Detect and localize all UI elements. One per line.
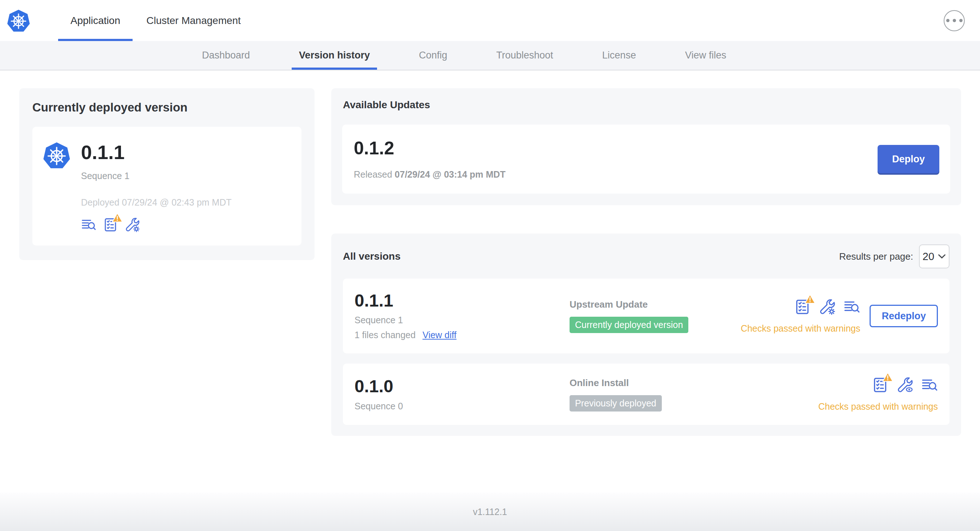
brand — [0, 0, 57, 41]
current-version-deployed-date: Deployed 07/29/24 @ 02:43 pm MDT — [81, 197, 232, 208]
row-source-label: Online Install — [570, 377, 818, 389]
version-row-middle: Online Install Previously deployed — [570, 377, 818, 412]
subnav-tab-version-history[interactable]: Version history — [298, 41, 371, 70]
warning-triangle-icon — [805, 294, 815, 304]
current-version-number: 0.1.1 — [81, 142, 232, 163]
logs-icon[interactable] — [921, 377, 938, 393]
preflight-status-link[interactable]: Checks passed with warnings — [818, 401, 938, 412]
warning-triangle-icon — [112, 213, 123, 223]
chevron-down-icon — [938, 254, 946, 259]
update-row: 0.1.2 Released 07/29/24 @ 03:14 pm MDT D… — [342, 125, 950, 194]
kubernetes-app-icon — [43, 141, 71, 170]
app-screen: Application Cluster Management Dashboard… — [0, 0, 980, 531]
version-row-middle: Upstream Update Currently deployed versi… — [570, 299, 741, 333]
row-version-number: 0.1.1 — [355, 292, 570, 310]
subnav-tab-view-files-label: View files — [685, 50, 727, 61]
app-subnav: Dashboard Version history Config Trouble… — [0, 41, 980, 70]
version-row-0-1-0: 0.1.0 Sequence 0 Online Install Previous… — [343, 364, 950, 425]
currently-deployed-info: 0.1.1 Sequence 1 Deployed 07/29/24 @ 02:… — [81, 141, 232, 232]
row-sequence: Sequence 0 — [355, 401, 570, 412]
ellipsis-dot — [953, 19, 956, 22]
version-row-0-1-1: 0.1.1 Sequence 1 1 files changed View di… — [343, 278, 950, 353]
preflight-status-link[interactable]: Checks passed with warnings — [741, 323, 860, 334]
subnav-tab-license[interactable]: License — [601, 41, 637, 70]
row-source-label: Upstream Update — [570, 299, 741, 310]
all-versions-header: All versions Results per page: 20 — [343, 245, 950, 269]
subnav-tab-troubleshoot-label: Troubleshoot — [496, 50, 553, 61]
subnav-tab-config[interactable]: Config — [418, 41, 448, 70]
top-navbar: Application Cluster Management — [0, 0, 980, 41]
admin-console-version: v1.112.1 — [473, 507, 507, 517]
currently-deployed-card: Currently deployed version 0.1.1 Sequenc… — [19, 88, 315, 260]
version-row-left: 0.1.0 Sequence 0 — [355, 377, 570, 411]
config-wrench-gear-icon[interactable] — [124, 217, 140, 232]
row-version-number: 0.1.0 — [355, 377, 570, 396]
config-wrench-gear-icon[interactable] — [819, 299, 835, 315]
results-per-page: Results per page: 20 — [839, 245, 950, 269]
view-diff-link[interactable]: View diff — [422, 330, 457, 340]
subnav-tab-dashboard-label: Dashboard — [202, 50, 250, 61]
status-badge-previously-deployed: Previously deployed — [570, 395, 662, 412]
ellipsis-dot — [946, 19, 950, 22]
logs-icon[interactable] — [843, 299, 860, 315]
preflight-checks-warning-icon[interactable] — [872, 377, 888, 393]
version-row-right: Checks passed with warnings Redeploy — [741, 299, 938, 334]
row-checks-block: Checks passed with warnings — [818, 377, 938, 412]
results-per-page-select[interactable]: 20 — [919, 245, 950, 269]
subnav-tab-config-label: Config — [419, 50, 447, 61]
tab-cluster-management[interactable]: Cluster Management — [133, 0, 254, 41]
tab-application[interactable]: Application — [57, 0, 133, 41]
row-action-icons — [794, 299, 860, 315]
released-prefix: Released — [354, 169, 392, 180]
current-version-actions — [81, 217, 232, 232]
subnav-tab-view-files[interactable]: View files — [684, 41, 727, 70]
results-per-page-label: Results per page: — [839, 251, 913, 262]
tab-cluster-management-label: Cluster Management — [146, 15, 241, 27]
warning-triangle-icon — [882, 372, 893, 382]
update-version-number: 0.1.2 — [354, 138, 506, 158]
more-options-button[interactable] — [944, 10, 965, 31]
current-version-sequence: Sequence 1 — [81, 171, 232, 181]
results-per-page-value: 20 — [923, 251, 934, 262]
kubernetes-logo-icon — [6, 9, 30, 33]
main-content: Currently deployed version 0.1.1 Sequenc… — [0, 70, 980, 493]
currently-deployed-panel: 0.1.1 Sequence 1 Deployed 07/29/24 @ 02:… — [32, 127, 301, 245]
redeploy-button[interactable]: Redeploy — [870, 305, 938, 327]
config-wrench-eye-icon[interactable] — [896, 377, 913, 393]
row-action-icons — [872, 377, 938, 393]
preflight-checks-warning-icon[interactable] — [794, 299, 811, 315]
available-updates-card: Available Updates 0.1.2 Released 07/29/2… — [331, 88, 961, 205]
right-column: Available Updates 0.1.2 Released 07/29/2… — [331, 88, 961, 436]
preflight-checks-warning-icon[interactable] — [103, 217, 118, 232]
all-versions-card: All versions Results per page: 20 — [331, 234, 961, 436]
files-changed-text: 1 files changed — [355, 330, 415, 340]
topbar-right — [944, 0, 980, 41]
subnav-tab-version-history-label: Version history — [299, 50, 370, 61]
subnav-tab-troubleshoot[interactable]: Troubleshoot — [495, 41, 554, 70]
subnav-tab-dashboard[interactable]: Dashboard — [201, 41, 251, 70]
ellipsis-dot — [959, 19, 963, 22]
top-tabs: Application Cluster Management — [57, 0, 254, 41]
footer: v1.112.1 — [0, 493, 980, 531]
currently-deployed-title: Currently deployed version — [32, 100, 301, 114]
version-row-left: 0.1.1 Sequence 1 1 files changed View di… — [355, 292, 570, 340]
status-badge-currently-deployed: Currently deployed version — [570, 317, 688, 333]
available-updates-title: Available Updates — [343, 99, 950, 111]
subnav-tab-license-label: License — [602, 50, 636, 61]
all-versions-title: All versions — [343, 251, 401, 262]
update-released-line: Released 07/29/24 @ 03:14 pm MDT — [354, 169, 506, 180]
logs-icon[interactable] — [81, 217, 96, 232]
deploy-button[interactable]: Deploy — [878, 145, 939, 173]
row-sequence: Sequence 1 — [355, 315, 570, 326]
row-checks-block: Checks passed with warnings — [741, 299, 860, 334]
update-info: 0.1.2 Released 07/29/24 @ 03:14 pm MDT — [354, 138, 506, 180]
tab-application-label: Application — [70, 15, 120, 27]
version-row-right: Checks passed with warnings — [818, 377, 938, 412]
row-files-changed-line: 1 files changed View diff — [355, 330, 570, 340]
released-date: 07/29/24 @ 03:14 pm MDT — [395, 169, 506, 180]
